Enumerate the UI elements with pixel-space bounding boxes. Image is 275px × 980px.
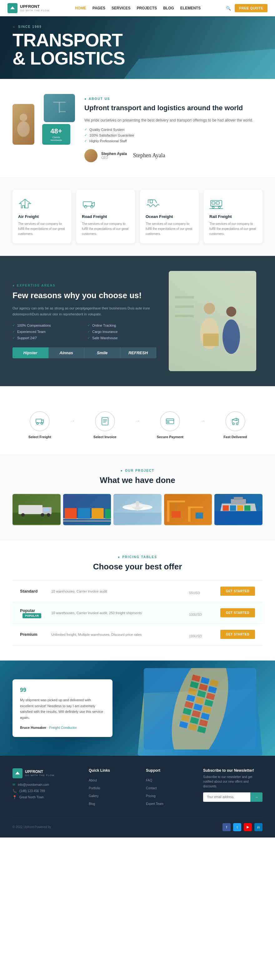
footer-logo-sub: GO WITH THE FLOW <box>25 774 55 777</box>
testimonial-card: 99 My shipment was picked up and deliver… <box>13 679 112 737</box>
newsletter-submit[interactable]: → <box>250 792 262 802</box>
service-card-road: Road Freight The services of our company… <box>76 190 135 243</box>
project-item-train[interactable] <box>63 494 111 525</box>
svg-point-23 <box>223 320 240 354</box>
service-title: Air Freight <box>18 214 66 219</box>
pricing-tier-premium: Premium <box>20 632 45 637</box>
get-started-premium[interactable]: GET STARTED <box>220 630 255 639</box>
svg-rect-64 <box>188 506 191 522</box>
svg-rect-71 <box>223 506 229 511</box>
social-youtube[interactable]: ▶ <box>244 823 252 831</box>
nav-pages[interactable]: PAGES <box>93 6 105 10</box>
search-icon[interactable]: 🔍 <box>226 6 231 11</box>
projects-tag: OUR PROJECT <box>13 469 262 472</box>
social-linkedin[interactable]: in <box>254 823 262 831</box>
why-feature: Support 24/7 <box>13 336 81 340</box>
svg-rect-17 <box>175 296 194 299</box>
nav-blog[interactable]: BLOG <box>163 6 174 10</box>
service-title: Ocean Freight <box>145 214 193 219</box>
pricing-header: PRICING TABLES Choose your best offer <box>13 555 262 571</box>
nav-services[interactable]: SERVICES <box>112 6 130 10</box>
get-started-popular[interactable]: GET STARTED <box>220 608 255 617</box>
why-feature: Safe Warehouse <box>87 336 156 340</box>
newsletter-heading: Subscribe to our Newsletter! <box>203 768 262 773</box>
service-title: Rail Freight <box>209 214 257 219</box>
delivery-icon <box>225 411 245 431</box>
social-twitter[interactable]: t <box>233 823 241 831</box>
project-item-plane[interactable] <box>114 494 161 525</box>
projects-heading: What we have done <box>13 476 262 485</box>
why-body: Our agency can only be as strong as our … <box>13 305 156 317</box>
about-images: 48+ Clients Worldwide <box>13 94 75 145</box>
quick-links-heading: Quick Links <box>89 768 138 773</box>
email-icon: ✉ <box>13 783 15 787</box>
road-freight-icon <box>82 197 96 210</box>
pricing-table: Standard 10 warehouses, Carrier invoice … <box>13 581 262 646</box>
logo-icon <box>8 3 17 13</box>
footer-link-gallery[interactable]: Gallery <box>89 794 99 798</box>
svg-rect-54 <box>114 513 161 525</box>
project-item-ship[interactable] <box>214 494 262 525</box>
logo-sub: GO WITH THE FLOW <box>20 9 50 12</box>
logo[interactable]: UPFRONT GO WITH THE FLOW <box>8 3 50 13</box>
ceo-signature: Stephen Ayala <box>133 152 165 159</box>
process-step-payment: Secure Payment <box>143 411 198 439</box>
ocean-freight-icon <box>145 197 160 210</box>
about-tag: ABOUT US <box>84 97 262 100</box>
svg-rect-10 <box>212 202 215 204</box>
get-started-standard[interactable]: GET STARTED <box>220 587 255 596</box>
pricing-section: PRICING TABLES Choose your best offer St… <box>0 540 275 660</box>
footer-logo-icon <box>13 768 22 778</box>
footer-newsletter: Subscribe to our Newsletter! Subscribe t… <box>203 768 262 808</box>
nav-projects[interactable]: PROJECTS <box>137 6 157 10</box>
project-item-truck[interactable] <box>13 494 61 525</box>
svg-rect-49 <box>64 508 76 519</box>
svg-rect-63 <box>172 511 181 518</box>
svg-rect-70 <box>234 497 243 500</box>
why-features: 100% Compensations Online Tracking Exper… <box>13 323 156 340</box>
process-step-label: Secure Payment <box>143 435 198 439</box>
process-arrow-2: → <box>135 418 140 432</box>
footer-link-about[interactable]: About <box>89 779 97 782</box>
project-item-crane[interactable] <box>164 494 212 525</box>
logo-name: UPFRONT <box>20 5 50 9</box>
about-stat: 48+ Clients Worldwide <box>42 124 70 145</box>
svg-point-20 <box>204 303 215 314</box>
svg-point-45 <box>47 513 50 517</box>
about-image-worker <box>13 104 34 145</box>
svg-point-13 <box>212 207 214 208</box>
footer-link-contact[interactable]: Contact <box>146 786 156 790</box>
footer-link-pricing[interactable]: Pricing <box>146 794 156 798</box>
newsletter-input[interactable] <box>203 792 250 802</box>
pricing-price-popular: 100USD <box>189 608 214 618</box>
projects-section: OUR PROJECT What we have done <box>0 454 275 540</box>
about-checklist: Quality Control System 100% Satisfaction… <box>84 128 262 143</box>
pricing-row-standard: Standard 10 warehouses, Carrier invoice … <box>13 581 262 602</box>
nav-home[interactable]: HOME <box>75 6 86 10</box>
nav-elements[interactable]: ELEMENTS <box>180 6 201 10</box>
quote-button[interactable]: FREE QUOTE <box>235 4 267 12</box>
brand-logo-smile: Smile <box>84 347 120 358</box>
social-facebook[interactable]: f <box>223 823 231 831</box>
svg-rect-18 <box>175 305 194 308</box>
svg-rect-11 <box>216 202 220 204</box>
process-step-freight: Select Freight <box>13 411 67 439</box>
svg-rect-24 <box>203 334 219 346</box>
nav-actions: 🔍 FREE QUOTE <box>226 4 267 12</box>
hero-content: SINCE 1989 TRANSPORT & LOGISTICS <box>0 16 275 76</box>
process-step-label: Select Invoice <box>78 435 133 439</box>
pricing-tag: PRICING TABLES <box>13 555 262 559</box>
brand-logos: Hipster Ainnas Smile REFRESH <box>13 347 156 358</box>
why-content: EXPERTISE AREAS Few reasons why you choo… <box>13 284 156 358</box>
about-heading: Upfront transport and logistics around t… <box>84 104 262 113</box>
svg-rect-65 <box>188 506 203 508</box>
footer-link-blog[interactable]: Blog <box>89 802 95 805</box>
services-grid: Air Freight The services of our company … <box>13 190 262 243</box>
footer-link-expert[interactable]: Expert Team <box>146 802 163 805</box>
service-desc: The services of our company to fulfill t… <box>209 221 257 237</box>
pricing-desc-standard: 10 warehouses, Carrier invoice audit <box>51 589 183 593</box>
footer-link-faq[interactable]: FAQ <box>146 779 152 782</box>
support-heading: Support <box>146 768 196 773</box>
footer-link-portfolio[interactable]: Portfolio <box>89 786 100 790</box>
svg-rect-51 <box>92 508 103 519</box>
